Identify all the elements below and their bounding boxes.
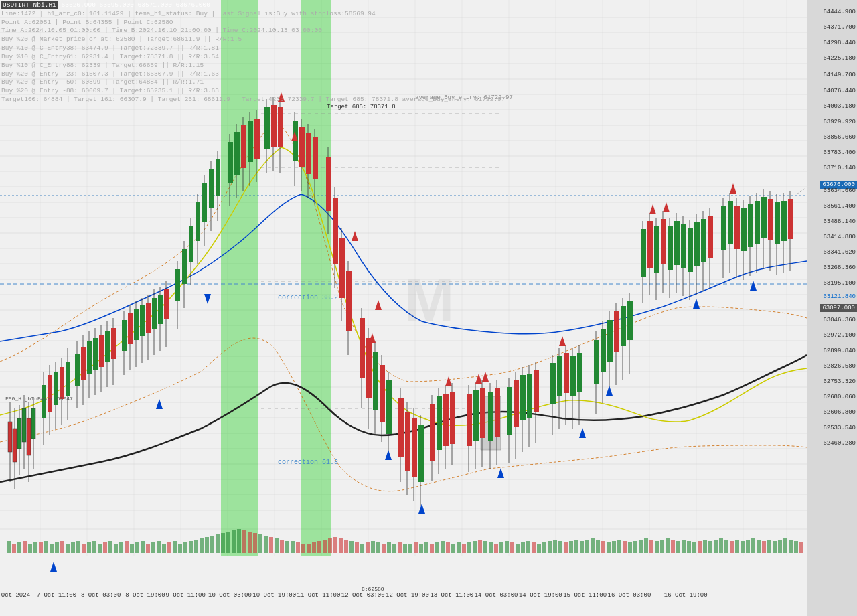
svg-rect-222 <box>577 353 582 392</box>
price-62680: 62680.060 <box>823 394 856 400</box>
svg-rect-183 <box>437 396 442 450</box>
svg-rect-301 <box>50 544 54 553</box>
svg-rect-334 <box>226 532 230 553</box>
svg-rect-138 <box>271 105 277 147</box>
svg-rect-147 <box>306 133 311 174</box>
svg-rect-360 <box>366 542 370 553</box>
svg-rect-423 <box>703 540 707 553</box>
svg-rect-252 <box>681 224 686 268</box>
svg-text:F50_HighToBaser:63047: F50_HighToBaser:63047 <box>5 396 73 402</box>
svg-rect-370 <box>419 544 423 553</box>
svg-rect-308 <box>87 542 91 553</box>
svg-rect-90 <box>99 335 104 367</box>
svg-rect-377 <box>457 542 461 553</box>
svg-rect-398 <box>569 541 573 553</box>
svg-rect-70 <box>31 408 35 439</box>
svg-marker-196 <box>482 372 489 382</box>
svg-marker-186 <box>445 376 452 386</box>
svg-marker-158 <box>352 231 358 241</box>
time-oct13-11: 13 Oct 11:00 <box>430 592 473 599</box>
svg-rect-235 <box>627 301 633 340</box>
svg-rect-112 <box>175 269 180 301</box>
svg-rect-140 <box>278 107 283 147</box>
svg-rect-414 <box>655 541 659 553</box>
svg-rect-215 <box>557 356 562 396</box>
svg-rect-430 <box>741 541 745 553</box>
svg-rect-399 <box>574 540 578 553</box>
svg-rect-365 <box>392 544 396 553</box>
svg-rect-285 <box>788 199 793 239</box>
svg-marker-223 <box>579 428 586 438</box>
svg-rect-416 <box>666 538 670 553</box>
svg-rect-355 <box>339 538 343 553</box>
svg-marker-170 <box>385 450 392 460</box>
svg-rect-375 <box>446 542 450 553</box>
svg-rect-357 <box>349 541 354 553</box>
svg-rect-128 <box>234 132 240 175</box>
svg-rect-431 <box>746 540 750 553</box>
svg-rect-96 <box>122 320 127 351</box>
svg-rect-164 <box>373 352 378 410</box>
svg-rect-420 <box>687 541 691 553</box>
svg-rect-437 <box>778 540 782 553</box>
svg-rect-62 <box>13 429 17 462</box>
svg-rect-346 <box>291 541 295 553</box>
svg-rect-390 <box>526 541 530 553</box>
svg-rect-389 <box>521 542 525 553</box>
svg-rect-332 <box>216 534 220 553</box>
svg-marker-444 <box>50 562 57 572</box>
svg-rect-193 <box>473 390 479 441</box>
svg-rect-348 <box>301 544 305 553</box>
svg-rect-270 <box>741 208 747 251</box>
svg-rect-325 <box>178 544 182 553</box>
svg-rect-205 <box>514 380 519 427</box>
line3: Time A:2024.10.05 01:00:00 | Time B:2024… <box>1 27 505 35</box>
svg-rect-92 <box>105 331 110 362</box>
svg-rect-195 <box>480 388 485 438</box>
svg-rect-393 <box>542 542 546 553</box>
svg-rect-310 <box>98 544 102 553</box>
svg-rect-60 <box>8 422 12 452</box>
price-62753: 62753.320 <box>823 378 856 385</box>
svg-rect-315 <box>125 541 129 553</box>
svg-rect-374 <box>441 541 445 553</box>
svg-rect-366 <box>398 542 402 553</box>
svg-rect-333 <box>221 533 225 553</box>
svg-rect-359 <box>360 544 364 553</box>
price-63046: 63046.360 <box>823 317 856 323</box>
svg-marker-201 <box>497 468 504 478</box>
svg-rect-185 <box>443 394 449 446</box>
svg-rect-397 <box>564 542 568 553</box>
svg-rect-372 <box>430 544 434 553</box>
svg-rect-391 <box>532 542 536 553</box>
svg-rect-353 <box>328 538 332 553</box>
price-64371: 64371.700 <box>823 24 856 31</box>
svg-rect-407 <box>617 540 621 553</box>
svg-marker-446 <box>375 300 382 310</box>
svg-rect-347 <box>296 542 300 553</box>
svg-rect-106 <box>152 298 157 329</box>
svg-rect-157 <box>346 271 352 331</box>
price-62826: 62826.580 <box>823 363 856 370</box>
svg-rect-233 <box>621 306 626 346</box>
svg-rect-213 <box>550 363 556 404</box>
svg-rect-66 <box>22 408 26 442</box>
svg-rect-297 <box>28 544 32 553</box>
svg-rect-424 <box>708 541 712 553</box>
svg-rect-172 <box>398 398 404 457</box>
svg-rect-364 <box>387 542 391 553</box>
svg-rect-403 <box>596 540 600 553</box>
info-panel: USDTIRT-Nbi.H1 63626.000 63695.000 63571… <box>1 1 505 104</box>
svg-rect-231 <box>614 311 619 352</box>
time-oct14-19: 14 Oct 19:00 <box>519 592 562 599</box>
svg-rect-345 <box>285 541 289 553</box>
svg-rect-155 <box>339 238 345 298</box>
line1: Line:1472 | h1_atr_c0: 161.11429 | tema_… <box>1 10 505 19</box>
svg-rect-104 <box>146 303 151 333</box>
svg-rect-329 <box>200 538 204 553</box>
svg-rect-402 <box>591 538 595 553</box>
svg-rect-309 <box>92 541 96 553</box>
svg-rect-413 <box>649 540 653 553</box>
svg-rect-356 <box>344 540 348 553</box>
svg-rect-116 <box>189 226 193 262</box>
